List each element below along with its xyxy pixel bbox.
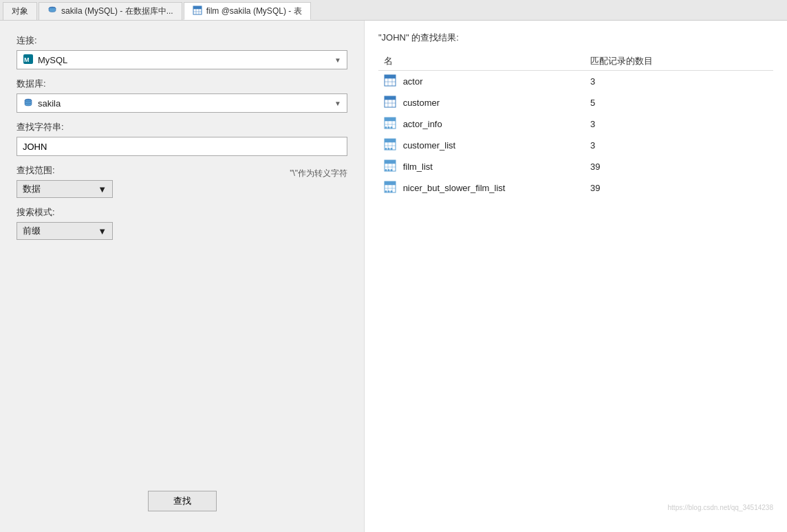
svg-point-39 — [391, 148, 393, 150]
table-row[interactable]: actor_info 3 — [378, 113, 773, 135]
row-count-cell: 3 — [585, 113, 773, 135]
row-type-icon — [384, 138, 396, 153]
table-row[interactable]: film_list 39 — [378, 156, 773, 177]
film-table-icon — [193, 5, 202, 17]
results-table: 名 匹配记录的数目 actor 3 customer 5 — [378, 52, 773, 199]
svg-rect-17 — [385, 96, 396, 100]
tab-film-label: film @sakila (MySQL) - 表 — [206, 5, 302, 17]
row-name-cell: actor_info — [378, 113, 585, 135]
search-button[interactable]: 查找 — [148, 491, 217, 511]
database-value: sakila — [38, 98, 61, 109]
row-count-cell: 3 — [585, 135, 773, 156]
tab-bar: 对象 sakila (MySQL) - 在数据库中... film @sakil… — [0, 0, 787, 21]
svg-rect-2 — [193, 6, 202, 9]
row-name-cell: nicer_but_slower_film_list — [378, 177, 585, 199]
row-count-cell: 5 — [585, 92, 773, 113]
connection-select[interactable]: M MySQL ▼ — [17, 50, 347, 69]
row-name-cell: film_list — [378, 156, 585, 177]
svg-rect-50 — [385, 181, 396, 185]
row-type-icon — [384, 74, 396, 89]
svg-point-46 — [385, 169, 387, 171]
tab-sakila-label: sakila (MySQL) - 在数据库中... — [61, 5, 173, 17]
tab-film[interactable]: film @sakila (MySQL) - 表 — [184, 2, 311, 20]
row-name: customer — [403, 98, 440, 108]
database-select[interactable]: sakila ▼ — [17, 93, 347, 113]
left-panel: 连接: M MySQL ▼ 数据库: — [0, 21, 365, 532]
svg-point-57 — [391, 190, 393, 192]
results-title: "JOHN" 的查找结果: — [378, 32, 773, 44]
table-row[interactable]: customer 5 — [378, 92, 773, 113]
mysql-icon: M — [23, 54, 34, 67]
row-type-icon — [384, 159, 396, 174]
connection-label: 连接: — [17, 34, 347, 47]
search-mode-value: 前缀 — [23, 225, 41, 237]
svg-text:M: M — [24, 56, 30, 63]
svg-point-38 — [388, 148, 390, 150]
tab-objects-label: 对象 — [12, 5, 28, 17]
table-row[interactable]: actor 3 — [378, 71, 773, 93]
database-label: 数据库: — [17, 78, 347, 90]
row-name-cell: customer_list — [378, 135, 585, 156]
row-name: film_list — [403, 162, 433, 172]
watermark: https://blog.csdn.net/qq_34514238 — [668, 504, 773, 511]
row-count-cell: 39 — [585, 156, 773, 177]
row-name-cell: customer — [378, 92, 585, 113]
search-string-input[interactable] — [17, 137, 347, 156]
tab-sakila[interactable]: sakila (MySQL) - 在数据库中... — [39, 2, 182, 20]
row-count-cell: 3 — [585, 71, 773, 93]
svg-point-48 — [391, 169, 393, 171]
row-name: nicer_but_slower_film_list — [403, 183, 506, 193]
right-panel: "JOHN" 的查找结果: 名 匹配记录的数目 actor 3 — [365, 21, 787, 532]
svg-point-47 — [388, 169, 390, 171]
col-name-header: 名 — [378, 52, 585, 71]
connection-value: MySQL — [38, 55, 67, 65]
svg-rect-23 — [385, 118, 396, 121]
search-range-value: 数据 — [23, 183, 41, 195]
search-string-label: 查找字符串: — [17, 121, 347, 133]
svg-point-37 — [385, 148, 387, 150]
svg-point-56 — [388, 190, 390, 192]
svg-point-28 — [385, 126, 387, 129]
sakila-icon — [47, 5, 57, 17]
svg-point-30 — [391, 126, 393, 129]
row-name: actor — [403, 76, 423, 87]
row-type-icon — [384, 117, 396, 131]
search-mode-label: 搜索模式: — [17, 206, 347, 219]
main-content: 连接: M MySQL ▼ 数据库: — [0, 21, 787, 532]
col-count-header: 匹配记录的数目 — [585, 52, 773, 71]
row-name: customer_list — [403, 140, 456, 151]
row-name: actor_info — [403, 119, 442, 129]
table-row[interactable]: nicer_but_slower_film_list 39 — [378, 177, 773, 199]
database-arrow-icon: ▼ — [334, 100, 341, 107]
svg-rect-11 — [385, 75, 396, 78]
svg-rect-41 — [385, 160, 396, 164]
row-name-cell: actor — [378, 71, 585, 93]
search-range-label: 查找范围: — [17, 164, 55, 177]
row-type-icon — [384, 181, 396, 195]
row-type-icon — [384, 96, 396, 110]
svg-rect-32 — [385, 139, 396, 142]
table-row[interactable]: customer_list 3 — [378, 135, 773, 156]
svg-point-29 — [388, 126, 390, 129]
db-icon — [23, 97, 34, 110]
tab-objects[interactable]: 对象 — [3, 2, 37, 20]
connection-arrow-icon: ▼ — [334, 56, 341, 64]
row-count-cell: 39 — [585, 177, 773, 199]
search-mode-select[interactable]: 前缀 ▼ — [17, 222, 113, 240]
svg-point-55 — [385, 190, 387, 192]
escape-hint: "\"作为转义字符 — [290, 168, 347, 179]
search-range-select[interactable]: 数据 ▼ — [17, 180, 113, 198]
range-arrow-icon: ▼ — [98, 184, 107, 195]
mode-arrow-icon: ▼ — [98, 226, 107, 236]
